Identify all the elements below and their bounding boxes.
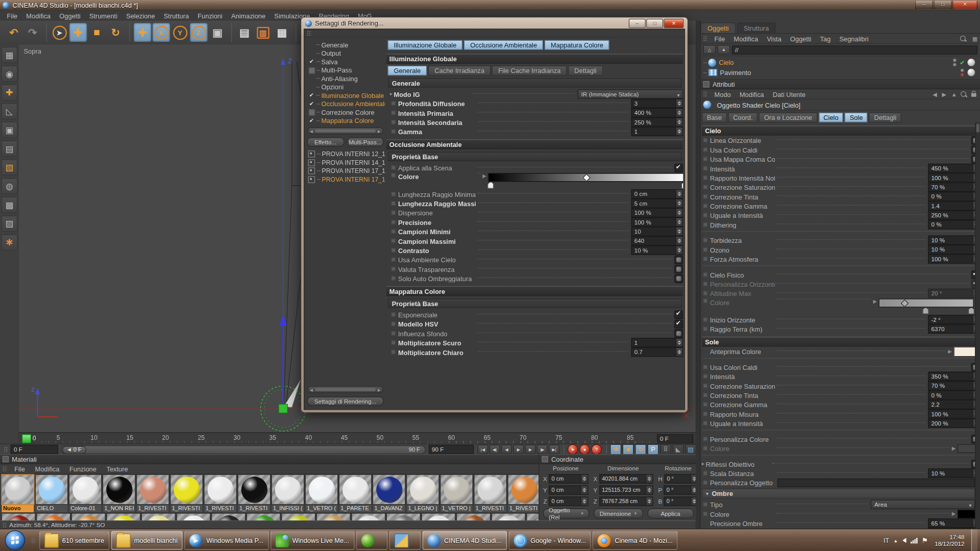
material-item-partial[interactable] [211,513,246,521]
keyframe-dot-icon[interactable] [391,129,396,134]
taskbar-clock[interactable]: 17:48 18/12/2012 [935,534,964,547]
move-tool[interactable]: ✚ [69,23,87,42]
value-field[interactable]: 0 cm [631,189,683,198]
keyframe-dot-icon[interactable] [703,374,708,379]
menu-file[interactable]: File [3,12,22,19]
autokey-button[interactable]: ● [579,444,590,455]
record-position-toggle[interactable]: ✚ [610,444,621,455]
render-preset-item[interactable]: PROVA INTERNI 17_12 [308,167,385,176]
taskbar-item-610-settembre[interactable]: 610 settembre [39,531,109,550]
material-item[interactable]: 1_RIVESTI [136,474,169,513]
view-label[interactable]: Sopra [24,47,41,55]
visibility-dots[interactable] [961,69,964,77]
polygons-mode-icon[interactable]: ▧ [1,159,17,176]
keyframe-dot-icon[interactable] [703,512,708,516]
value-field[interactable]: 100 % [928,254,980,263]
texture-mode-icon[interactable]: ◍ [1,178,17,194]
record-rotation-toggle[interactable]: ↻ [635,444,646,455]
material-item-partial[interactable] [491,513,525,521]
close-button[interactable]: ✕ [952,1,977,9]
keyframe-dot-icon[interactable] [703,147,708,152]
gi-subtab-4[interactable]: Dettagli [568,66,603,76]
keyframe-dot-icon[interactable] [391,312,396,317]
keyframe-dot-icon[interactable] [391,331,396,336]
render-tree-item[interactable]: ✔Occlusione Ambientale [308,99,385,108]
render-tree-item[interactable]: Multi-Pass [308,66,385,74]
material-tag-icon[interactable] [968,59,975,66]
keyframe-dot-icon[interactable] [391,220,396,224]
spinner-control[interactable] [676,237,682,245]
tree-checkbox[interactable]: ✔ [308,92,315,98]
material-item[interactable]: 1_RIVESTI [474,474,507,513]
value-field[interactable]: 250 % [928,211,980,220]
edges-mode-icon[interactable]: ▤ [1,141,17,157]
material-item[interactable]: 1_INFISSI ( [271,474,304,513]
keyframe-dot-icon[interactable] [703,222,708,227]
spinner-control[interactable] [676,118,682,126]
om-menu-file[interactable]: File [710,35,729,42]
material-item[interactable]: 1_RIVESTI [237,474,271,513]
drag-handle-icon[interactable] [307,30,311,36]
forward-arrow-icon[interactable]: ▶ [940,91,949,97]
keyframe-dot-icon[interactable] [391,257,396,262]
workplane-icon[interactable]: ◺ [1,103,17,119]
keyframe-dot-icon[interactable] [703,185,708,189]
keyframe-dot-icon[interactable] [703,204,708,208]
value-field[interactable]: 5 cm [631,198,683,208]
slider-grip[interactable]: ◀0 F [62,446,86,454]
link-field[interactable] [777,478,975,487]
points-mode-icon[interactable]: ▣ [1,122,17,138]
value-field[interactable]: 3 [631,98,683,108]
render-tree-item[interactable]: Generale [308,41,385,49]
keyframe-mode-icon[interactable]: ◣ [673,444,684,455]
render-view-button[interactable]: ▤ [236,23,253,42]
checkbox[interactable] [674,163,683,172]
om-menu-modifica[interactable]: Modifica [729,35,763,42]
taskbar-item-green-app[interactable] [356,531,387,550]
checkbox[interactable] [674,329,683,338]
gradient-knob-right[interactable] [681,182,683,188]
keyframe-dot-icon[interactable] [703,437,708,441]
material-item[interactable]: 1_PARETE [339,474,372,513]
value-field[interactable]: 200 % [928,418,980,428]
keyframe-dot-icon[interactable] [703,257,708,261]
enabled-check-icon[interactable]: ✔ [960,59,965,66]
keyframe-dot-icon[interactable] [703,481,708,485]
tab-struttura[interactable]: Struttura [737,22,776,33]
attr-menu-modo[interactable]: Modo [710,90,735,98]
record-parameter-toggle[interactable]: P [648,444,659,455]
render-settings-button[interactable]: ▦ [273,23,290,42]
up-arrow-icon[interactable]: ▲ [949,91,960,97]
panel-icon[interactable] [3,456,9,462]
material-item[interactable]: Colore-01 [69,474,102,513]
material-item-partial[interactable] [386,513,421,521]
gradient-bar[interactable] [879,298,974,307]
value-field[interactable]: 350 % [928,372,980,381]
next-frame-button[interactable]: ▶ [525,445,536,454]
prev-frame-button[interactable]: ◀ [501,445,512,454]
dialog-minimize-button[interactable]: – [629,19,646,28]
value-field[interactable]: -2 ° [928,315,980,324]
render-tree-item[interactable]: ✔Mappatura Colore [308,116,385,125]
drag-handle-icon[interactable] [703,91,708,97]
render-picture-viewer-button[interactable]: ▥ [254,23,272,42]
attr-tab-oraelocazione[interactable]: Ora e Locazione [759,112,817,122]
dialog-titlebar[interactable]: Settaggi di Rendering... – □ ✕ [301,17,688,29]
material-item-partial[interactable] [246,513,280,521]
next-key-button[interactable]: |▶ [537,445,548,454]
value-field[interactable]: 400 % [631,108,683,117]
spinner-control[interactable] [676,128,682,136]
keyframe-dot-icon[interactable] [703,176,708,180]
value-field[interactable]: 10 % [928,468,980,478]
dialog-maximize-button[interactable]: □ [646,19,663,28]
x-axis-lock[interactable]: X [153,23,170,42]
attributes-scrollbar[interactable] [975,122,980,529]
value-field[interactable]: 450 % [928,164,980,173]
keyframe-dot-icon[interactable] [703,194,708,199]
value-field[interactable]: 1.4 [928,201,980,210]
attr-tab-base[interactable]: Base [702,112,727,122]
value-field[interactable]: 100 % [631,208,683,217]
value-field[interactable]: 10 [631,227,683,236]
volume-icon[interactable] [902,538,906,543]
attr-tab-dettagli[interactable]: Dettagli [869,112,901,122]
